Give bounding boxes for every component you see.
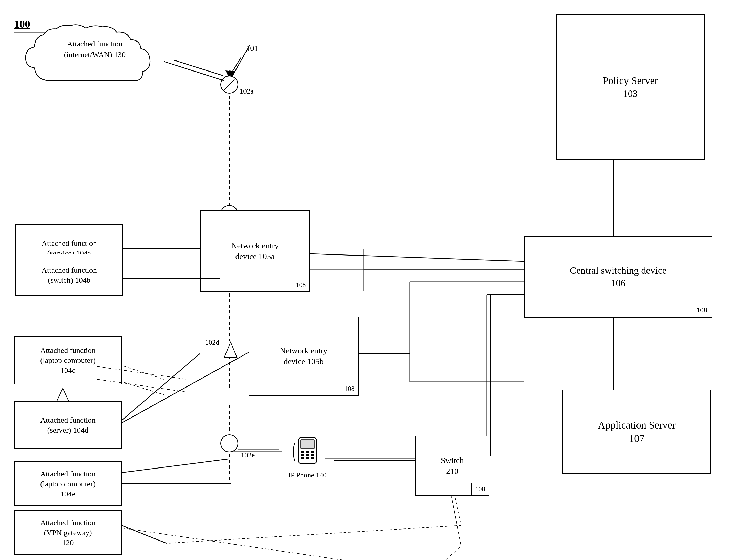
svg-rect-46 <box>301 457 304 459</box>
svg-line-34 <box>310 254 524 261</box>
diagram: 100 Attached function (internet/WAN) 130… <box>0 0 729 560</box>
svg-rect-40 <box>301 451 304 453</box>
attached-switch-104b: Attached function(switch) 104b <box>15 254 123 296</box>
svg-line-30 <box>167 525 461 543</box>
svg-line-64 <box>122 528 351 560</box>
node-102e <box>220 434 238 452</box>
phone-icon <box>292 436 323 470</box>
svg-rect-42 <box>311 451 314 453</box>
svg-marker-36 <box>224 342 237 358</box>
svg-line-59 <box>164 62 224 81</box>
svg-rect-47 <box>306 457 309 459</box>
node-102a <box>220 76 238 94</box>
svg-rect-44 <box>306 454 309 456</box>
policy-server-103: Policy Server 103 <box>556 14 705 160</box>
cloud-label-line2: (internet/WAN) 130 <box>64 50 126 59</box>
svg-line-58 <box>122 352 249 423</box>
svg-rect-45 <box>311 454 314 456</box>
badge-106: 108 <box>692 303 712 318</box>
ref-102d-label: 102d <box>205 338 219 347</box>
ip-phone-140: IP Phone 140 <box>279 433 336 479</box>
attached-laptop-104e: Attached function(laptop computer)104e <box>14 461 122 506</box>
network-entry-105b: Network entrydevice 105b 108 <box>249 317 359 396</box>
cloud-internet-wan: Attached function (internet/WAN) 130 <box>21 24 169 91</box>
svg-line-26 <box>122 354 200 420</box>
svg-rect-41 <box>306 451 309 453</box>
ref-102a-label: 102a <box>240 87 254 95</box>
badge-210: 108 <box>471 483 489 496</box>
attached-vpn-120: Attached function(VPN gateway)120 <box>14 510 122 555</box>
svg-rect-49 <box>301 440 315 449</box>
cloud-label-line1: Attached function <box>67 39 123 48</box>
badge-105a: 108 <box>292 278 310 292</box>
svg-line-21 <box>174 60 223 76</box>
badge-105b: 108 <box>341 382 359 396</box>
ip-phone-label: IP Phone 140 <box>288 471 327 479</box>
ref-101-label: 101 <box>246 44 258 53</box>
application-server-107: Application Server107 <box>562 390 711 474</box>
network-entry-105a: Network entrydevice 105a 108 <box>200 210 310 292</box>
svg-rect-43 <box>301 454 304 456</box>
attached-laptop-104c: Attached function(laptop computer)104c <box>14 336 122 384</box>
svg-rect-48 <box>311 457 314 459</box>
ref-102e-label: 102e <box>241 451 255 459</box>
attached-server-104d: Attached function(server) 104d <box>14 401 122 449</box>
svg-line-31 <box>122 525 167 543</box>
switch-210: Switch210 108 <box>415 436 489 496</box>
svg-line-22 <box>229 58 241 77</box>
central-switching-106: Central switching device106 108 <box>524 236 712 318</box>
